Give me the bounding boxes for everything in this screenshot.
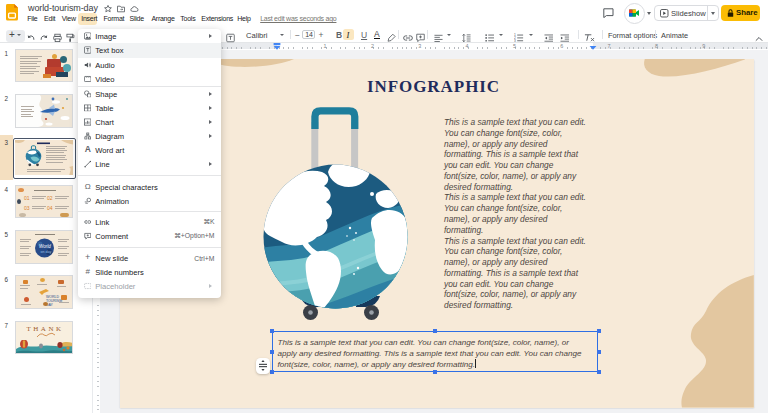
- svg-text:on day: on day: [41, 250, 52, 254]
- svg-text:World: World: [39, 244, 51, 249]
- svg-text:3: 3: [514, 39, 516, 43]
